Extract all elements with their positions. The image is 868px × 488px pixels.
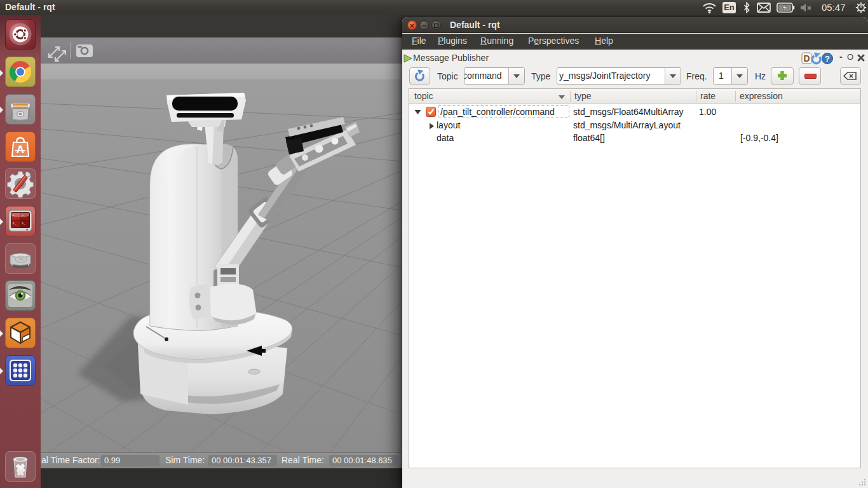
svg-text:>_: >_ <box>13 214 17 218</box>
svg-text:?: ? <box>825 54 830 64</box>
svg-text:>_: >_ <box>22 222 26 226</box>
svg-text:D: D <box>803 53 810 64</box>
svg-text:A: A <box>17 144 24 156</box>
svg-text:>_: >_ <box>22 214 26 218</box>
svg-text:>_: >_ <box>13 222 17 226</box>
